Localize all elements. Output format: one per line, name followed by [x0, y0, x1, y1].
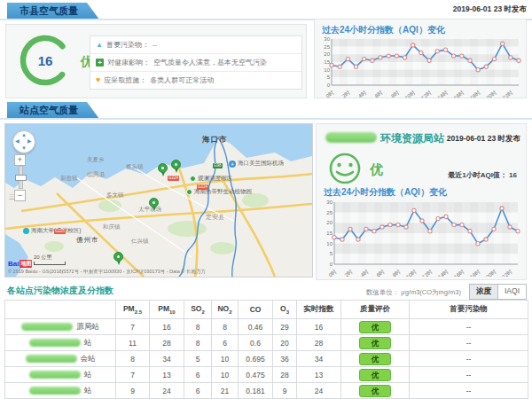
toggle-iaqi[interactable]: IAQI	[498, 284, 527, 300]
baidu-logo[interactable]: Bai 地图	[8, 260, 32, 268]
value-cell: 0.46	[239, 319, 273, 335]
primary-pollutant-cell: --	[410, 351, 528, 367]
info-value: 各类人群可正常活动	[150, 75, 214, 85]
baidu-map[interactable]: 海口市✈海口美兰国际机场观澜湖度假区海南热带野生动植物园定安县桥头镇美夏乡临高县…	[4, 123, 313, 278]
value-cell: 8	[212, 319, 239, 335]
station-publish-time: 2019-06-01 23 时发布	[447, 134, 520, 145]
svg-text:20时: 20时	[485, 90, 497, 98]
value-cell: 34	[297, 351, 341, 367]
value-mode-toggle: 浓度 IAQI	[469, 284, 527, 300]
station-name-cell: 站	[5, 335, 116, 351]
grade-badge: 优	[359, 353, 392, 365]
station-name-suffix: 源局站	[76, 322, 99, 331]
svg-text:10时: 10时	[405, 269, 418, 277]
map-label-text: 临高县	[87, 170, 106, 179]
station-name-cell: 站	[5, 383, 116, 399]
svg-text:4时: 4时	[357, 90, 367, 98]
aqi-gauge: 16	[17, 32, 74, 89]
info-label: 首要污染物：	[106, 40, 149, 50]
pan-left-icon[interactable]: ◀	[15, 138, 20, 144]
column-header: 首要污染物	[410, 301, 528, 319]
table-row: 站7136100.4752813优--	[5, 367, 528, 383]
value-cell: 6	[184, 383, 212, 399]
map-label-text: 桥头镇	[126, 163, 144, 171]
station-name-redaction	[325, 132, 377, 143]
svg-text:10时: 10时	[404, 90, 417, 98]
station-panel: 环境资源局站 2019-06-01 23 时发布 优 最近1小时AQI值： 16…	[316, 123, 527, 280]
svg-text:0: 0	[330, 262, 333, 267]
value-cell: 28	[273, 367, 297, 383]
map-label: 临高县	[87, 170, 106, 179]
svg-text:4时: 4时	[360, 269, 370, 277]
map-label: ✈海口美兰国际机场	[229, 160, 284, 168]
station-name-suffix: 站	[84, 386, 92, 395]
table-row: 会站8345100.6953634优--	[5, 351, 528, 367]
map-pan-control[interactable]: ▲ ▼ ◀ ▶	[12, 130, 35, 153]
column-header: 质量评价	[341, 301, 410, 319]
table-title: 各站点污染物浓度及分指数	[7, 285, 113, 297]
toggle-concentration[interactable]: 浓度	[469, 284, 498, 300]
measures-icon: ♥	[96, 76, 100, 84]
station-map-marker[interactable]	[149, 198, 159, 207]
map-label: 仁兴镇	[131, 238, 149, 246]
road-badge: G225	[54, 229, 66, 234]
map-label-text: 太平农场	[138, 206, 161, 214]
grade-badge: 优	[359, 337, 392, 349]
map-label-text: 多文镇	[106, 192, 124, 200]
svg-text:16时: 16时	[453, 90, 466, 98]
map-label: 海口市	[202, 135, 228, 145]
value-cell: 24	[297, 383, 341, 399]
grade-cell: 优	[341, 335, 410, 351]
zoom-in-button[interactable]: +	[14, 154, 26, 166]
svg-text:8时: 8时	[392, 269, 402, 277]
zoom-out-button[interactable]: −	[14, 190, 26, 201]
station-map-marker[interactable]	[158, 163, 168, 173]
svg-text:0: 0	[327, 82, 331, 88]
map-label: 观澜湖度假区	[190, 175, 232, 183]
station-name-redaction	[29, 371, 81, 379]
value-cell: 13	[297, 367, 341, 383]
svg-text:25: 25	[326, 210, 332, 215]
column-header: CO	[239, 301, 273, 319]
svg-text:18时: 18时	[469, 269, 481, 277]
recent-aqi-value: 16	[509, 171, 517, 179]
zoom-handle[interactable]	[15, 175, 27, 181]
poi-green-icon	[190, 176, 196, 182]
pan-up-icon[interactable]: ▲	[21, 132, 27, 137]
svg-text:15: 15	[324, 59, 330, 65]
svg-text:22时: 22时	[502, 90, 514, 98]
pan-down-icon[interactable]: ▼	[21, 145, 27, 151]
station-map-marker[interactable]	[171, 160, 181, 169]
map-label: 美夏乡	[87, 156, 105, 164]
value-cell: 0.6	[239, 335, 273, 351]
map-zoom-control[interactable]: + −	[14, 154, 27, 201]
station-map-marker[interactable]	[113, 252, 123, 262]
station-name-redaction	[21, 323, 73, 331]
aqi-line-chart-station: 0510152025300时2时4时6时8时10时12时14时16时18时20时…	[319, 199, 523, 277]
health-icon: +	[96, 59, 104, 66]
baidu-logo-text: Bai	[8, 260, 19, 268]
svg-text:12时: 12时	[420, 90, 433, 98]
svg-text:5: 5	[327, 74, 331, 80]
grade-badge: 优	[359, 369, 392, 381]
value-cell: 9	[273, 383, 297, 399]
pan-right-icon[interactable]: ▶	[27, 138, 32, 144]
map-label: 新盈镇	[60, 175, 78, 183]
map-label: 桥头镇	[126, 163, 144, 171]
grade-badge: 优	[359, 321, 392, 333]
info-row-pollutant: ▲ 首要污染物： --	[90, 36, 301, 54]
column-header: SO2	[184, 301, 212, 319]
recent-aqi-label: 最近1小时AQI值：	[448, 171, 507, 179]
svg-text:12时: 12时	[421, 269, 434, 277]
svg-text:22时: 22时	[501, 269, 513, 277]
dashboard: 市县空气质量 2019-06-01 23 时发布 16 优 ▲ 首要污染物： -…	[0, 0, 532, 399]
grade-cell: 优	[341, 351, 410, 367]
station-chart-title: 过去24小时分指数（AQI）变化	[324, 186, 447, 199]
road-badge: G224	[168, 176, 179, 181]
recent-aqi: 最近1小时AQI值： 16	[448, 170, 517, 180]
university-icon	[23, 228, 29, 234]
aqi-line-chart-city: 0510152025300时2时4时6时8时10时12时14时16时18时20时…	[317, 35, 524, 98]
map-label-text: 和庆镇	[103, 223, 121, 231]
value-cell: 29	[273, 319, 297, 335]
aqi-value: 16	[17, 32, 74, 89]
